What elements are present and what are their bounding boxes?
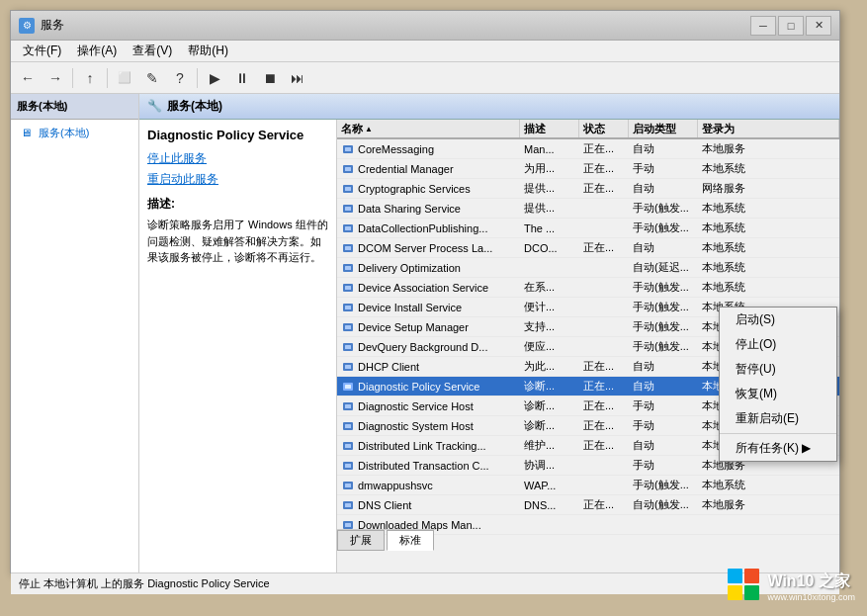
context-menu-item[interactable]: 启动(S) — [720, 308, 836, 332]
service-row-icon — [341, 241, 355, 255]
window-icon: ⚙ — [19, 18, 35, 34]
col-header-name[interactable]: 名称 ▲ — [337, 120, 520, 137]
table-row[interactable]: CoreMessaging Man... 正在... 自动 本地服务 — [337, 139, 839, 159]
close-button[interactable]: ✕ — [806, 16, 831, 36]
col-header-desc[interactable]: 描述 — [520, 120, 579, 137]
context-menu-item[interactable]: 重新启动(E) — [720, 406, 836, 431]
watermark-sub: www.win10xitong.com — [767, 592, 855, 602]
col-header-startup[interactable]: 启动类型 — [629, 120, 698, 137]
forward-button[interactable]: → — [43, 66, 68, 90]
window-title: 服务 — [41, 17, 750, 34]
toolbar-separator-2 — [107, 68, 108, 88]
context-menu-item[interactable]: 暂停(U) — [720, 357, 836, 382]
context-menu-item[interactable]: 恢复(M) — [720, 382, 836, 406]
menu-file[interactable]: 文件(F) — [15, 41, 69, 61]
back-button[interactable]: ← — [15, 66, 41, 90]
menu-help[interactable]: 帮助(H) — [180, 41, 236, 61]
cell-service-startup: 手动(触发... — [629, 317, 698, 336]
cell-service-startup: 手动 — [629, 456, 698, 475]
cell-service-name: Diagnostic Policy Service — [337, 377, 520, 396]
cell-service-name: Diagnostic Service Host — [337, 396, 520, 415]
service-row-icon — [341, 261, 355, 275]
svg-rect-5 — [345, 187, 351, 191]
table-row[interactable]: DataCollectionPublishing... The ... 手动(触… — [337, 219, 839, 238]
cell-service-desc: 诊断... — [520, 416, 579, 435]
cell-service-status — [579, 337, 629, 356]
service-row-icon — [341, 162, 355, 176]
minimize-button[interactable]: ─ — [750, 16, 776, 36]
info-description-text: 诊断策略服务启用了 Windows 组件的问题检测、疑难解答和解决方案。如果该服… — [147, 217, 328, 266]
maximize-button[interactable]: □ — [778, 16, 804, 36]
stop-button[interactable]: ⏹ — [257, 66, 283, 90]
panel-header-icon: 🔧 — [147, 99, 163, 115]
cell-service-status — [579, 317, 629, 336]
show-hide-button[interactable]: ⬜ — [112, 66, 137, 90]
cell-service-status: 正在... — [579, 238, 629, 257]
table-row[interactable]: Device Association Service 在系... 手动(触发..… — [337, 278, 839, 298]
toolbar: ← → ↑ ⬜ ✎ ? ▶ ⏸ ⏹ ⏭ — [11, 62, 839, 94]
sidebar-header: 服务(本地) — [11, 94, 138, 120]
cell-service-name: Diagnostic System Host — [337, 416, 520, 435]
cell-service-name: Device Association Service — [337, 278, 520, 297]
menu-view[interactable]: 查看(V) — [125, 41, 180, 61]
sidebar-label: 服务(本地) — [17, 99, 67, 114]
toolbar-separator-1 — [72, 68, 73, 88]
table-row[interactable]: DNS Client DNS... 正在... 自动(触发... 本地服务 — [337, 495, 839, 515]
cell-service-startup: 手动(触发... — [629, 476, 698, 494]
sidebar-item-local[interactable]: 🖥 服务(本地) — [17, 124, 132, 142]
info-service-name: Diagnostic Policy Service — [147, 128, 328, 142]
tab-standard[interactable]: 标准 — [387, 530, 434, 551]
cell-service-login: 本地系统 — [698, 219, 839, 237]
window-controls: ─ □ ✕ — [750, 16, 831, 36]
cell-service-startup: 自动(触发... — [629, 495, 698, 514]
table-row[interactable]: Cryptographic Services 提供... 正在... 自动 网络… — [337, 179, 839, 199]
flag-red — [744, 569, 759, 583]
svg-rect-7 — [345, 207, 351, 211]
status-text: 停止 本地计算机 上的服务 Diagnostic Policy Service — [19, 576, 270, 591]
cell-service-login: 本地服务 — [698, 139, 839, 158]
cell-service-desc: 便计... — [520, 298, 579, 316]
cell-service-status — [579, 298, 629, 316]
cell-service-name: dmwappushsvc — [337, 476, 520, 494]
cell-service-status: 正在... — [579, 436, 629, 455]
cell-service-startup: 手动(触发... — [629, 298, 698, 316]
restart-button[interactable]: ⏭ — [285, 66, 310, 90]
table-row[interactable]: Data Sharing Service 提供... 手动(触发... 本地系统 — [337, 199, 839, 219]
col-header-status[interactable]: 状态 — [579, 120, 629, 137]
service-row-icon — [341, 459, 355, 473]
table-row[interactable]: Delivery Optimization 自动(延迟... 本地系统 — [337, 258, 839, 278]
cell-service-name: Distributed Transaction C... — [337, 456, 520, 475]
windows-flag-icon — [728, 569, 759, 600]
pause-button[interactable]: ⏸ — [229, 66, 255, 90]
table-row[interactable]: DCOM Server Process La... DCO... 正在... 自… — [337, 238, 839, 258]
help-button[interactable]: ? — [167, 66, 193, 90]
cell-service-desc: 提供... — [520, 179, 579, 198]
stop-service-link[interactable]: 停止此服务 — [147, 150, 328, 167]
cell-service-startup: 手动(触发... — [629, 219, 698, 237]
properties-button[interactable]: ✎ — [139, 66, 165, 90]
service-row-icon — [341, 419, 355, 433]
table-row[interactable]: dmwappushsvc WAP... 手动(触发... 本地系统 — [337, 476, 839, 495]
cell-service-desc: WAP... — [520, 476, 579, 494]
col-header-login[interactable]: 登录为 — [698, 120, 839, 137]
cell-service-startup — [629, 515, 698, 534]
cell-service-startup: 自动 — [629, 139, 698, 158]
main-content: 服务(本地) 🖥 服务(本地) 🔧 服务(本地) Diagnostic Poli… — [11, 94, 839, 572]
panel-header-title: 服务(本地) — [167, 98, 222, 115]
service-row-icon — [341, 360, 355, 374]
sidebar-item-icon: 🖥 — [21, 127, 32, 138]
menu-action[interactable]: 操作(A) — [69, 41, 125, 61]
table-row[interactable]: Credential Manager 为用... 正在... 手动 本地系统 — [337, 159, 839, 179]
cell-service-status: 正在... — [579, 159, 629, 178]
cell-service-login: 本地系统 — [698, 159, 839, 178]
context-menu-item[interactable]: 所有任务(K) ▶ — [720, 436, 836, 461]
watermark-area: Win10 之家 www.win10xitong.com — [728, 569, 855, 604]
restart-service-link[interactable]: 重启动此服务 — [147, 171, 328, 188]
tab-expand[interactable]: 扩展 — [337, 530, 385, 551]
cell-service-startup: 自动 — [629, 238, 698, 257]
svg-rect-19 — [345, 325, 351, 329]
context-menu-item[interactable]: 停止(O) — [720, 332, 836, 357]
up-button[interactable]: ↑ — [77, 66, 103, 90]
play-button[interactable]: ▶ — [202, 66, 227, 90]
cell-service-startup: 自动 — [629, 436, 698, 455]
